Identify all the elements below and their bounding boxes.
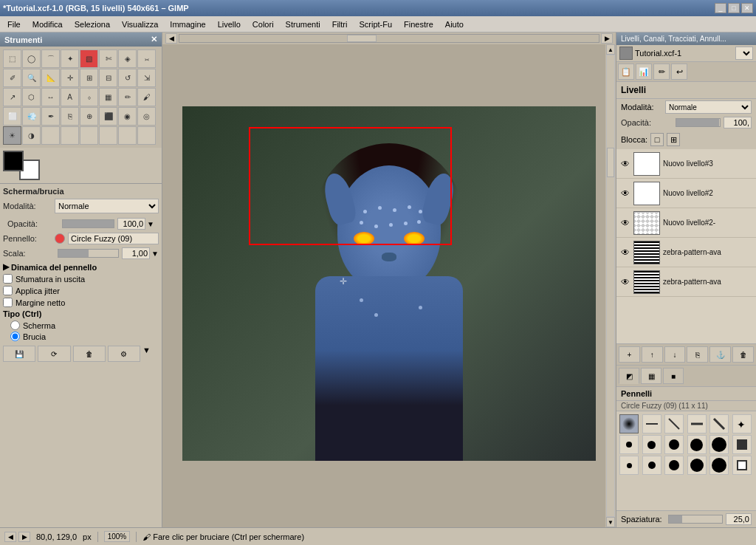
brush-item-dot-large[interactable] — [664, 435, 684, 454]
brush-item-square-white[interactable] — [732, 456, 752, 475]
tool-crop[interactable]: ⊟ — [99, 69, 117, 87]
tool-clone[interactable]: ⎘ — [61, 107, 79, 126]
nav-right-button[interactable]: ▶ — [18, 532, 30, 542]
tool-text[interactable]: A — [61, 88, 79, 106]
menu-immagine[interactable]: Immagine — [164, 18, 211, 30]
scherma-radio[interactable] — [10, 321, 20, 330]
mode-select[interactable]: Normale Schiarisci Scurisci — [55, 199, 159, 213]
layer-delete-button[interactable]: 🗑 — [732, 346, 754, 363]
tool-color-picker[interactable]: ✐ — [3, 69, 21, 87]
layer-eye-0[interactable]: 👁 — [619, 158, 631, 170]
opacity-slider[interactable] — [62, 219, 114, 228]
tool-blend[interactable]: ▦ — [99, 88, 117, 106]
brush-item-circle-xl[interactable] — [687, 456, 707, 475]
tool-options-extra-button[interactable]: ⚙ — [108, 346, 140, 362]
tool-scale[interactable]: ⇲ — [137, 69, 156, 87]
brush-item-dot-xxlarge[interactable] — [709, 435, 729, 454]
tab-undo-icon[interactable]: ↩ — [671, 64, 687, 80]
tool-eraser[interactable]: ⬜ — [3, 107, 21, 126]
tool-options-delete-button[interactable]: 🗑 — [73, 346, 106, 362]
layer-anchor-button[interactable]: ⚓ — [709, 346, 731, 363]
lock-pixels-button[interactable]: □ — [650, 133, 664, 146]
tool-move[interactable]: ✛ — [61, 69, 79, 87]
tab-paths-icon[interactable]: ✏ — [653, 64, 670, 80]
dynamics-header[interactable]: ▶ Dinamica del pennello — [3, 262, 159, 272]
menu-strumenti[interactable]: Strumenti — [280, 18, 326, 30]
tool-flip[interactable]: ↔ — [41, 88, 60, 106]
menu-visualizza[interactable]: Visualizza — [116, 18, 164, 30]
jitter-checkbox[interactable] — [3, 286, 13, 295]
menu-finestre[interactable]: Finestre — [398, 18, 439, 30]
tool-heal[interactable]: ⊕ — [80, 107, 98, 126]
tool-zoom[interactable]: 🔍 — [22, 69, 41, 87]
layer-item-3[interactable]: 👁 zebra-pattern-ava — [616, 238, 756, 267]
layer-eye-4[interactable]: 👁 — [619, 276, 631, 288]
brush-item-square[interactable] — [732, 435, 752, 454]
brush-tab-active[interactable]: ■ — [663, 368, 684, 384]
nav-left-button[interactable]: ◀ — [4, 532, 16, 542]
spacing-slider[interactable] — [668, 515, 723, 524]
brush-item-stroke-3[interactable] — [687, 414, 707, 433]
vertical-scroll-thumb[interactable] — [607, 148, 614, 177]
scroll-down-icon[interactable]: ▼ — [147, 220, 154, 228]
layer-eye-3[interactable]: 👁 — [619, 247, 631, 258]
layers-mode-select[interactable]: Normale — [665, 100, 752, 114]
tool-blur[interactable]: ◉ — [118, 107, 137, 126]
brush-item-circle-xxl[interactable] — [709, 456, 729, 475]
tool-shear[interactable]: ↗ — [3, 88, 21, 106]
tool-desaturate[interactable]: ◑ — [22, 126, 41, 145]
canvas-image[interactable]: ✛ — [182, 106, 596, 461]
tool-bucket-fill[interactable]: ⬨ — [80, 88, 98, 106]
tool-options-restore-button[interactable]: ⟳ — [38, 346, 70, 362]
tab-channels-icon[interactable]: 📊 — [636, 64, 652, 80]
brush-item-circle-sm[interactable] — [619, 456, 639, 475]
lock-position-button[interactable]: ⊞ — [667, 133, 680, 146]
brush-item-dot-medium[interactable] — [642, 435, 662, 454]
tool-paths[interactable]: ⟗ — [137, 49, 156, 68]
menu-livello[interactable]: Livello — [212, 18, 247, 30]
menu-file[interactable]: File — [1, 18, 27, 30]
menu-seleziona[interactable]: Seleziona — [69, 18, 116, 30]
scroll-right-button[interactable]: ▶ — [601, 33, 613, 44]
layer-eye-2[interactable]: 👁 — [619, 217, 631, 229]
layer-raise-button[interactable]: ↑ — [642, 346, 663, 363]
menu-filtri[interactable]: Filtri — [326, 18, 354, 30]
tool-align[interactable]: ⊞ — [80, 69, 98, 87]
layer-lower-button[interactable]: ↓ — [664, 346, 686, 363]
brush-item-dot-xlarge[interactable] — [687, 435, 707, 454]
tool-scissors[interactable]: ✄ — [99, 49, 117, 68]
layer-new-button[interactable]: + — [619, 346, 640, 363]
menu-aiuto[interactable]: Aiuto — [439, 18, 470, 30]
brush-item-circle-lg[interactable] — [664, 456, 684, 475]
tool-fuzzy-select[interactable]: ✦ — [61, 49, 79, 68]
brush-item-fuzzy-circle[interactable] — [619, 414, 639, 433]
tab-layers-icon[interactable]: 📋 — [618, 64, 634, 80]
close-button[interactable]: ✕ — [741, 3, 753, 13]
scroll-down-icon2[interactable]: ▼ — [151, 250, 159, 258]
tool-color-select[interactable]: ▧ — [80, 49, 98, 68]
brush-item-dot-small[interactable] — [619, 435, 639, 454]
tool-ink[interactable]: ✒ — [41, 107, 60, 126]
scroll-up-button[interactable]: ▲ — [606, 44, 615, 55]
tool-measure[interactable]: 📐 — [41, 69, 60, 87]
menu-modifica[interactable]: Modifica — [27, 18, 69, 30]
menu-colori[interactable]: Colori — [247, 18, 280, 30]
tool-dodge-burn[interactable]: ☀ — [3, 126, 21, 145]
scale-slider[interactable] — [58, 249, 119, 258]
maximize-button[interactable]: □ — [728, 3, 740, 13]
tool-foreground-select[interactable]: ◈ — [118, 49, 137, 68]
file-dropdown[interactable]: ▼ — [735, 47, 753, 60]
brush-item-circle-md[interactable] — [642, 456, 662, 475]
tool-perspective[interactable]: ⬡ — [22, 88, 41, 106]
toolbox-close-button[interactable]: ✕ — [151, 35, 157, 44]
tool-paintbrush[interactable]: 🖌 — [137, 88, 156, 106]
fade-checkbox[interactable] — [3, 274, 13, 284]
tool-rotate[interactable]: ↺ — [118, 69, 137, 87]
layer-item-4[interactable]: 👁 zebra-pattern-ava — [616, 267, 756, 297]
layer-eye-1[interactable]: 👁 — [619, 188, 631, 199]
tool-rect-select[interactable]: ⬚ — [3, 49, 21, 68]
tool-smudge[interactable]: ◎ — [137, 107, 156, 126]
minimize-button[interactable]: _ — [715, 3, 726, 13]
tool-ellipse-select[interactable]: ◯ — [22, 49, 41, 68]
margin-checkbox[interactable] — [3, 298, 13, 307]
